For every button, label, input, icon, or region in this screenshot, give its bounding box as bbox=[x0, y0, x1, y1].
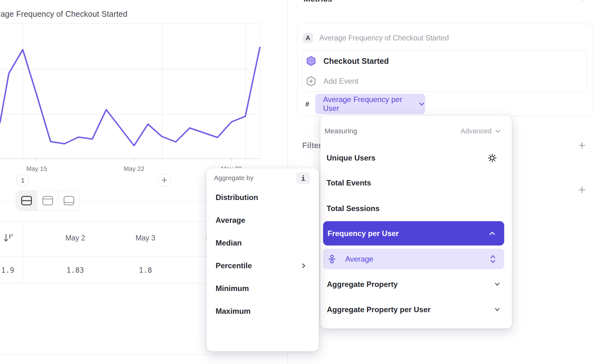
chevron-updown-icon bbox=[489, 254, 497, 264]
sort-button[interactable] bbox=[3, 233, 14, 244]
measuring-item-unique-users[interactable]: Unique Users bbox=[327, 153, 376, 163]
measuring-menu-header: Measuring bbox=[325, 126, 357, 136]
metric-name[interactable]: Average Frequency of Checkout Started bbox=[319, 33, 449, 43]
chart-view-button[interactable] bbox=[37, 191, 58, 210]
frequency-aggregation-selector[interactable]: Average bbox=[323, 249, 504, 269]
measuring-item-frequency-per-user[interactable]: Frequency per User bbox=[323, 221, 504, 246]
unique-users-settings-button[interactable] bbox=[487, 153, 497, 164]
split-horizontal-icon bbox=[21, 196, 32, 205]
chart-x-tickmarks bbox=[37, 159, 231, 161]
aggregation-value: Average bbox=[345, 255, 373, 264]
plus-icon bbox=[579, 0, 586, 1]
chart-line[interactable] bbox=[0, 47, 260, 146]
average-icon bbox=[327, 254, 337, 264]
x-tick-label: May 22 bbox=[124, 165, 144, 172]
metric-letter-badge: A bbox=[303, 33, 313, 43]
aggregate-item-maximum[interactable]: Maximum bbox=[216, 306, 251, 317]
add-event-button[interactable]: Add Event bbox=[323, 76, 358, 87]
measuring-item-aggregate-property[interactable]: Aggregate Property bbox=[327, 279, 398, 290]
aggregate-item-median[interactable]: Median bbox=[216, 238, 242, 248]
percentile-submenu-chevron bbox=[300, 262, 307, 270]
table-cell: 1.83 bbox=[75, 265, 93, 276]
chevron-down-icon bbox=[495, 128, 501, 134]
measure-dropdown[interactable]: Average Frequency per User bbox=[315, 94, 425, 114]
chevron-up-icon bbox=[488, 230, 496, 237]
table-col-divider bbox=[22, 221, 23, 283]
measuring-item-aggregate-property-per-user[interactable]: Aggregate Property per User bbox=[327, 304, 431, 315]
aggregate-property-per-user-chevron bbox=[494, 306, 501, 314]
chevron-down-icon bbox=[418, 100, 425, 107]
event-hexagon-icon bbox=[306, 56, 316, 66]
panel-top-icon bbox=[42, 196, 53, 205]
aggregate-by-header: Aggregate by bbox=[214, 173, 254, 183]
chart-gridlines bbox=[0, 24, 260, 159]
left-section-bottom-border bbox=[0, 355, 288, 355]
view-toggle bbox=[16, 191, 80, 211]
plus-icon bbox=[578, 186, 586, 194]
chevron-down-icon bbox=[494, 306, 501, 313]
add-annotation-button[interactable] bbox=[158, 174, 170, 186]
chevron-right-icon bbox=[300, 262, 307, 269]
table-col-header[interactable]: May 3 bbox=[145, 233, 165, 243]
measure-dropdown-label: Average Frequency per User bbox=[323, 95, 414, 113]
event-name[interactable]: Checkout Started bbox=[323, 56, 389, 66]
panel-title: Metrics bbox=[303, 0, 332, 4]
panel-bottom-icon bbox=[64, 196, 74, 205]
add-breakdown-button[interactable] bbox=[578, 186, 586, 195]
aggregate-item-average[interactable]: Average bbox=[216, 215, 245, 226]
split-view-button[interactable] bbox=[16, 191, 37, 210]
plus-icon bbox=[161, 177, 168, 184]
advanced-label: Advanced bbox=[461, 127, 492, 135]
interval-input[interactable]: 1 bbox=[17, 175, 29, 186]
plus-icon bbox=[578, 141, 586, 149]
sort-descending-icon bbox=[3, 233, 14, 243]
aggregate-item-distribution[interactable]: Distribution bbox=[216, 192, 258, 203]
table-cell: 1.8 bbox=[145, 265, 159, 276]
x-tick-label: May 15 bbox=[26, 165, 47, 172]
chevron-down-icon bbox=[494, 281, 501, 288]
advanced-dropdown[interactable]: Advanced bbox=[461, 126, 501, 136]
aggregate-property-chevron bbox=[494, 281, 501, 289]
measuring-item-total-events[interactable]: Total Events bbox=[327, 178, 371, 188]
add-filter-button[interactable] bbox=[578, 141, 586, 151]
aggregate-item-percentile[interactable]: Percentile bbox=[216, 260, 252, 271]
aggregate-info-button[interactable]: i bbox=[296, 172, 310, 184]
add-event-icon bbox=[306, 76, 316, 86]
table-col-header[interactable]: May 2 bbox=[75, 233, 95, 243]
measure-type-symbol: # bbox=[305, 99, 309, 109]
aggregate-item-minimum[interactable]: Minimum bbox=[216, 283, 249, 294]
analytics-app: Average Frequency of Checkout Started Ma… bbox=[0, 0, 600, 364]
measuring-item-total-sessions[interactable]: Total Sessions bbox=[327, 203, 380, 214]
table-view-button[interactable] bbox=[58, 191, 79, 210]
add-metric-button[interactable] bbox=[579, 0, 586, 3]
line-chart: May 15 May 22 May 29 bbox=[0, 0, 288, 177]
gear-icon bbox=[487, 153, 497, 163]
info-icon: i bbox=[301, 174, 305, 182]
table-row-header-value: 1.9 bbox=[0, 265, 14, 276]
